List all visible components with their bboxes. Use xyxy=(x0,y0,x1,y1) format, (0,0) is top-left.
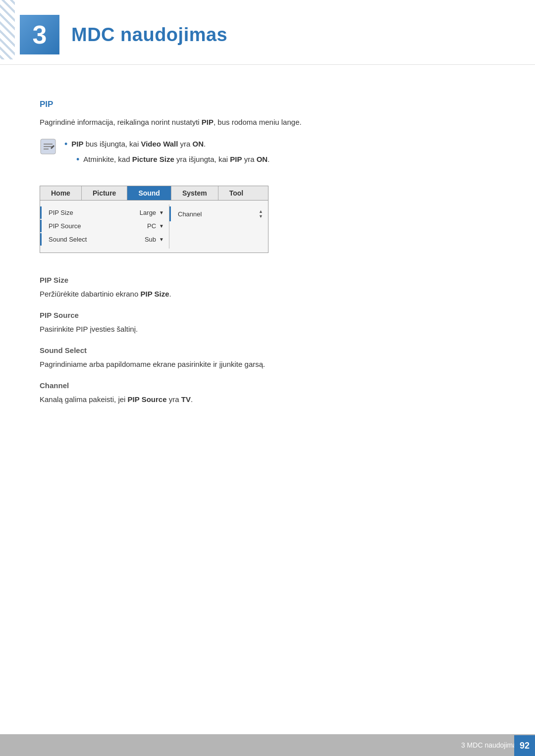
pip-source-value: PC xyxy=(147,222,156,230)
note-text-1: PIP bus išjungta, kai Video Wall yra ON. xyxy=(71,138,206,150)
chapter-title: MDC naudojimas xyxy=(71,24,227,46)
pip-size-label: PIP Size xyxy=(49,209,140,216)
menu-content: PIP Size Large ▼ PIP Source PC ▼ Sound S… xyxy=(40,201,268,252)
subsection-channel-title: Channel xyxy=(40,381,495,390)
subsection-sound-select-text: Pagrindiniame arba papildomame ekrane pa… xyxy=(40,358,495,370)
tab-tool[interactable]: Tool xyxy=(218,186,255,200)
note-content: • PIP bus išjungta, kai Video Wall yra O… xyxy=(64,138,269,166)
tab-sound[interactable]: Sound xyxy=(127,186,171,200)
note-text-2: Atminkite, kad Picture Size yra išjungta… xyxy=(83,153,269,165)
sound-select-label: Sound Select xyxy=(49,236,145,243)
channel-spinner[interactable]: ▲ ▼ xyxy=(259,209,263,219)
subsection-pip-source-text: Pasirinkite PIP įvesties šaltinį. xyxy=(40,323,495,335)
tab-picture[interactable]: Picture xyxy=(82,186,127,200)
subsection-pip-size: PIP Size Peržiūrėkite dabartinio ekrano … xyxy=(40,276,495,300)
subsection-channel: Channel Kanalą galima pakeisti, jei PIP … xyxy=(40,381,495,405)
footer-text: 3 MDC naudojimas xyxy=(461,741,520,749)
channel-label: Channel xyxy=(178,210,254,218)
menu-left-col: PIP Size Large ▼ PIP Source PC ▼ Sound S… xyxy=(40,204,169,249)
sound-select-arrow[interactable]: ▼ xyxy=(159,237,164,242)
menu-row-channel: Channel ▲ ▼ xyxy=(169,206,268,221)
subsection-channel-text: Kanalą galima pakeisti, jei PIP Source y… xyxy=(40,394,495,405)
section-title: PIP xyxy=(40,100,495,109)
subsection-sound-select: Sound Select Pagrindiniame arba papildom… xyxy=(40,346,495,370)
pip-size-value: Large xyxy=(140,209,156,216)
pip-source-label: PIP Source xyxy=(49,222,147,230)
pip-size-arrow[interactable]: ▼ xyxy=(159,210,164,215)
menu-row-pip-source: PIP Source PC ▼ xyxy=(40,220,169,232)
menu-tabs: Home Picture Sound System Tool xyxy=(40,186,268,201)
menu-row-sound-select: Sound Select Sub ▼ xyxy=(40,233,169,246)
intro-paragraph: Pagrindinė informacija, reikalinga norin… xyxy=(40,116,495,128)
subsection-pip-size-title: PIP Size xyxy=(40,276,495,284)
subsection-pip-size-text: Peržiūrėkite dabartinio ekrano PIP Size. xyxy=(40,288,495,300)
main-content: PIP Pagrindinė informacija, reikalinga n… xyxy=(0,70,535,438)
sound-select-value: Sub xyxy=(145,236,156,243)
bullet-dot-2: • xyxy=(76,153,79,166)
chapter-header: 3 MDC naudojimas xyxy=(0,0,535,65)
subsection-pip-source: PIP Source Pasirinkite PIP įvesties šalt… xyxy=(40,311,495,335)
tab-system[interactable]: System xyxy=(171,186,218,200)
page-footer: 3 MDC naudojimas 92 xyxy=(0,734,535,756)
chapter-number: 3 xyxy=(20,15,59,54)
subsection-sound-select-title: Sound Select xyxy=(40,346,495,354)
note-box: • PIP bus išjungta, kai Video Wall yra O… xyxy=(40,138,495,166)
bullet-dot-1: • xyxy=(64,138,67,151)
note-bullet-2: • Atminkite, kad Picture Size yra išjung… xyxy=(76,153,269,166)
note-bullet-1: • PIP bus išjungta, kai Video Wall yra O… xyxy=(64,138,269,151)
stripe-decoration xyxy=(0,0,15,59)
subsection-pip-source-title: PIP Source xyxy=(40,311,495,319)
tab-home[interactable]: Home xyxy=(40,186,82,200)
menu-row-pip-size: PIP Size Large ▼ xyxy=(40,206,169,219)
pip-source-arrow[interactable]: ▼ xyxy=(159,223,164,229)
menu-right-col: Channel ▲ ▼ xyxy=(169,204,268,249)
menu-table: Home Picture Sound System Tool PIP Size … xyxy=(40,186,268,253)
note-icon xyxy=(40,138,56,155)
page-number: 92 xyxy=(514,735,535,756)
